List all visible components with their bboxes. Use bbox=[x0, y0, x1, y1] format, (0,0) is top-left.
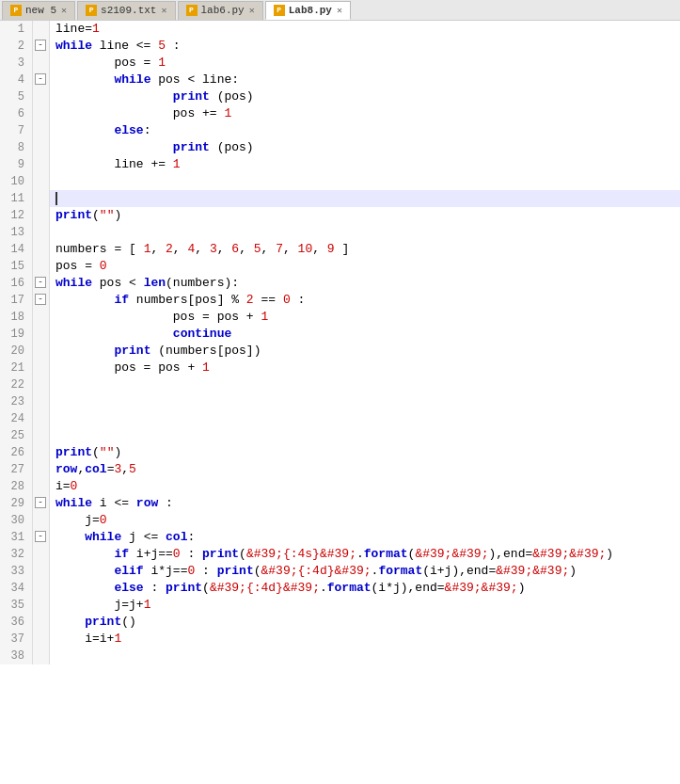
fold-icon[interactable]: - bbox=[35, 497, 46, 508]
line-row: 12print("") bbox=[0, 207, 680, 224]
line-content[interactable]: print (pos) bbox=[50, 88, 680, 105]
line-content[interactable] bbox=[50, 190, 680, 207]
line-gutter: - bbox=[33, 529, 50, 546]
line-content[interactable]: pos = 0 bbox=[50, 258, 680, 275]
line-content[interactable]: print (numbers[pos]) bbox=[50, 343, 680, 360]
line-gutter bbox=[33, 580, 50, 597]
fold-icon[interactable]: - bbox=[35, 294, 46, 305]
tab-close-icon[interactable]: ✕ bbox=[249, 5, 255, 16]
tab-lab8[interactable]: PLab8.py✕ bbox=[265, 1, 351, 20]
line-row: 23 bbox=[0, 393, 680, 410]
line-gutter bbox=[33, 410, 50, 427]
line-content[interactable] bbox=[50, 410, 680, 427]
line-content[interactable]: else : print(&#39;{:4d}&#39;.format(i*j)… bbox=[50, 580, 680, 597]
py-icon: P bbox=[186, 5, 198, 16]
line-gutter: - bbox=[33, 72, 50, 88]
line-content[interactable]: if numbers[pos] % 2 == 0 : bbox=[50, 292, 680, 309]
line-gutter bbox=[33, 122, 50, 139]
line-number: 14 bbox=[0, 241, 33, 258]
line-content[interactable]: j=j+1 bbox=[50, 597, 680, 614]
line-gutter bbox=[33, 393, 50, 410]
line-number: 18 bbox=[0, 309, 33, 326]
line-number: 37 bbox=[0, 631, 33, 648]
tab-close-icon[interactable]: ✕ bbox=[337, 5, 342, 16]
line-number: 29 bbox=[0, 495, 33, 512]
line-content[interactable]: while line <= 5 : bbox=[50, 38, 680, 55]
line-content[interactable] bbox=[50, 648, 680, 664]
line-number: 10 bbox=[0, 173, 33, 190]
line-content[interactable] bbox=[50, 427, 680, 444]
line-row: 4- while pos < line: bbox=[0, 72, 680, 88]
py-icon: P bbox=[10, 5, 22, 16]
line-content[interactable]: if i+j==0 : print(&#39;{:4s}&#39;.format… bbox=[50, 546, 680, 563]
line-row: 37 i=i+1 bbox=[0, 631, 680, 648]
tab-s2109[interactable]: Ps2109.txt✕ bbox=[77, 1, 175, 20]
fold-icon[interactable]: - bbox=[35, 40, 46, 51]
line-gutter bbox=[33, 478, 50, 495]
line-gutter bbox=[33, 173, 50, 190]
line-row: 8 print (pos) bbox=[0, 139, 680, 156]
line-gutter bbox=[33, 360, 50, 376]
line-row: 16-while pos < len(numbers): bbox=[0, 275, 680, 292]
line-number: 8 bbox=[0, 139, 33, 156]
line-content[interactable]: row,col=3,5 bbox=[50, 461, 680, 478]
tab-lab6[interactable]: Plab6.py✕ bbox=[178, 1, 263, 20]
line-content[interactable]: while pos < line: bbox=[50, 72, 680, 88]
tab-label: new 5 bbox=[25, 5, 56, 16]
line-row: 10 bbox=[0, 173, 680, 190]
line-content[interactable]: pos = 1 bbox=[50, 55, 680, 72]
line-row: 28i=0 bbox=[0, 478, 680, 495]
tab-close-icon[interactable]: ✕ bbox=[161, 5, 166, 16]
line-content[interactable]: elif i*j==0 : print(&#39;{:4d}&#39;.form… bbox=[50, 563, 680, 580]
line-gutter bbox=[33, 224, 50, 241]
line-number: 25 bbox=[0, 427, 33, 444]
line-number: 3 bbox=[0, 55, 33, 72]
line-content[interactable] bbox=[50, 173, 680, 190]
line-gutter bbox=[33, 546, 50, 563]
line-content[interactable]: while i <= row : bbox=[50, 495, 680, 512]
line-row: 14numbers = [ 1, 2, 4, 3, 6, 5, 7, 10, 9… bbox=[0, 241, 680, 258]
line-row: 31- while j <= col: bbox=[0, 529, 680, 546]
line-content[interactable]: line += 1 bbox=[50, 156, 680, 173]
tab-close-icon[interactable]: ✕ bbox=[61, 5, 67, 16]
line-gutter bbox=[33, 563, 50, 580]
line-row: 18 pos = pos + 1 bbox=[0, 309, 680, 326]
line-content[interactable]: i=0 bbox=[50, 478, 680, 495]
line-content[interactable]: line=1 bbox=[50, 21, 680, 38]
line-content[interactable]: pos = pos + 1 bbox=[50, 360, 680, 376]
line-content[interactable]: print("") bbox=[50, 207, 680, 224]
line-gutter bbox=[33, 21, 50, 38]
line-content[interactable] bbox=[50, 224, 680, 241]
line-number: 4 bbox=[0, 72, 33, 88]
line-number: 34 bbox=[0, 580, 33, 597]
line-content[interactable]: pos += 1 bbox=[50, 105, 680, 122]
fold-icon[interactable]: - bbox=[35, 73, 46, 85]
fold-icon[interactable]: - bbox=[35, 277, 46, 288]
fold-icon[interactable]: - bbox=[35, 531, 46, 542]
line-number: 5 bbox=[0, 88, 33, 105]
line-gutter bbox=[33, 190, 50, 207]
line-content[interactable]: continue bbox=[50, 326, 680, 343]
line-content[interactable] bbox=[50, 376, 680, 393]
line-number: 6 bbox=[0, 105, 33, 122]
line-content[interactable]: numbers = [ 1, 2, 4, 3, 6, 5, 7, 10, 9 ] bbox=[50, 241, 680, 258]
line-content[interactable]: print (pos) bbox=[50, 139, 680, 156]
line-number: 21 bbox=[0, 360, 33, 376]
line-content[interactable]: pos = pos + 1 bbox=[50, 309, 680, 326]
line-number: 11 bbox=[0, 190, 33, 207]
line-number: 28 bbox=[0, 478, 33, 495]
line-content[interactable]: print() bbox=[50, 614, 680, 631]
line-content[interactable]: while j <= col: bbox=[50, 529, 680, 546]
line-gutter bbox=[33, 105, 50, 122]
line-number: 19 bbox=[0, 326, 33, 343]
line-number: 15 bbox=[0, 258, 33, 275]
line-content[interactable] bbox=[50, 393, 680, 410]
line-content[interactable]: else: bbox=[50, 122, 680, 139]
line-number: 38 bbox=[0, 648, 33, 664]
line-content[interactable]: i=i+1 bbox=[50, 631, 680, 648]
line-gutter bbox=[33, 309, 50, 326]
line-content[interactable]: j=0 bbox=[50, 512, 680, 529]
line-content[interactable]: print("") bbox=[50, 444, 680, 461]
line-content[interactable]: while pos < len(numbers): bbox=[50, 275, 680, 292]
tab-new5[interactable]: Pnew 5✕ bbox=[2, 1, 75, 20]
